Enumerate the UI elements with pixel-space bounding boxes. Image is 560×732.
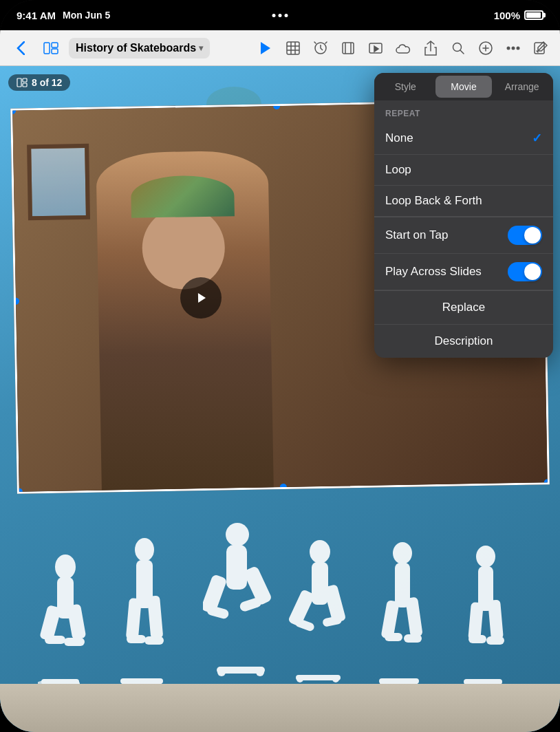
add-button[interactable] xyxy=(475,37,497,59)
toolbar: History of Skateboards ▾ xyxy=(0,30,560,66)
svg-point-48 xyxy=(310,540,330,563)
svg-rect-34 xyxy=(127,635,146,643)
svg-rect-49 xyxy=(312,562,328,605)
svg-rect-24 xyxy=(45,636,65,644)
svg-rect-68 xyxy=(468,602,484,640)
tab-movie[interactable]: Movie xyxy=(435,76,493,98)
share-button[interactable] xyxy=(420,37,442,59)
svg-rect-40 xyxy=(226,545,247,590)
svg-point-56 xyxy=(332,676,339,682)
svg-rect-1 xyxy=(52,43,58,47)
toggle-knob-2 xyxy=(524,263,541,280)
play-across-slides-label: Play Across Slides xyxy=(385,265,508,279)
status-bar-left: 9:41 AM Mon Jun 5 xyxy=(17,10,110,21)
start-on-tap-row[interactable]: Start on Tap xyxy=(374,217,553,254)
start-on-tap-toggle[interactable] xyxy=(508,226,542,245)
resize-handle-bottom-left[interactable] xyxy=(16,488,23,494)
svg-rect-43 xyxy=(206,605,230,620)
media-button[interactable] xyxy=(365,37,387,59)
edit-button[interactable] xyxy=(530,37,552,59)
checkmark-icon: ✓ xyxy=(532,131,542,146)
title-text: History of Skateboards xyxy=(76,42,196,54)
svg-rect-52 xyxy=(294,618,315,632)
svg-point-57 xyxy=(393,542,412,564)
document-title[interactable]: History of Skateboards ▾ xyxy=(69,38,210,58)
svg-rect-18 xyxy=(23,78,27,82)
play-across-slides-row[interactable]: Play Across Slides xyxy=(374,254,553,290)
svg-rect-61 xyxy=(385,633,402,641)
repeat-loop-backforth-option[interactable]: Loop Back & Forth xyxy=(374,186,553,217)
svg-rect-16 xyxy=(535,43,544,54)
table-button[interactable] xyxy=(282,37,304,59)
chevron-down-icon: ▾ xyxy=(199,43,203,53)
svg-rect-44 xyxy=(239,596,263,612)
svg-rect-9 xyxy=(343,43,354,54)
time-display: 9:41 AM xyxy=(17,10,56,21)
svg-rect-19 xyxy=(23,83,27,87)
battery-percentage: 100% xyxy=(494,10,520,21)
cloud-button[interactable] xyxy=(392,37,414,59)
svg-point-14 xyxy=(512,46,515,50)
repeat-loop-backforth-label: Loop Back & Forth xyxy=(385,194,542,208)
repeat-none-label: None xyxy=(385,131,532,145)
status-bar: 9:41 AM Mon Jun 5 100% xyxy=(0,0,560,30)
device-frame: 9:41 AM Mon Jun 5 100% xyxy=(0,0,560,732)
svg-point-20 xyxy=(55,555,76,579)
tab-arrange[interactable]: Arrange xyxy=(493,76,550,98)
start-on-tap-label: Start on Tap xyxy=(385,228,508,242)
svg-point-66 xyxy=(476,546,495,568)
svg-point-55 xyxy=(297,676,303,682)
svg-rect-35 xyxy=(144,636,164,645)
repeat-section-label: REPEAT xyxy=(374,100,553,122)
slide-number: 8 of 12 xyxy=(32,77,62,88)
svg-rect-71 xyxy=(486,636,504,645)
svg-point-13 xyxy=(507,46,510,50)
svg-rect-2 xyxy=(52,49,58,54)
date-display: Mon Jun 5 xyxy=(63,10,110,21)
repeat-none-option[interactable]: None ✓ xyxy=(374,122,553,155)
notch-dots xyxy=(272,14,288,17)
svg-point-47 xyxy=(256,668,264,676)
svg-rect-70 xyxy=(469,635,486,643)
svg-rect-32 xyxy=(126,598,142,640)
slides-panel-button[interactable] xyxy=(39,36,63,61)
svg-rect-60 xyxy=(405,596,423,637)
svg-rect-17 xyxy=(17,78,21,87)
svg-rect-69 xyxy=(488,599,504,639)
layers-button[interactable] xyxy=(337,37,359,59)
description-button[interactable]: Description xyxy=(374,325,553,358)
play-across-slides-toggle[interactable] xyxy=(508,262,542,281)
svg-point-46 xyxy=(217,668,226,676)
play-button[interactable] xyxy=(255,37,277,59)
svg-rect-33 xyxy=(147,595,163,638)
skater-silhouettes xyxy=(0,529,560,687)
clock-button[interactable] xyxy=(310,37,332,59)
svg-rect-0 xyxy=(44,43,50,54)
repeat-loop-label: Loop xyxy=(385,163,542,177)
svg-rect-3 xyxy=(287,42,299,54)
svg-rect-23 xyxy=(67,604,86,640)
popup-panel: Style Movie Arrange REPEAT None ✓ Loop L… xyxy=(374,73,553,358)
ground xyxy=(0,684,560,732)
svg-rect-25 xyxy=(64,638,85,646)
replace-button[interactable]: Replace xyxy=(374,291,553,325)
svg-point-15 xyxy=(517,46,520,50)
battery-icon xyxy=(524,10,543,20)
repeat-loop-option[interactable]: Loop xyxy=(374,155,553,186)
tab-style[interactable]: Style xyxy=(377,76,434,98)
search-button[interactable] xyxy=(447,37,469,59)
slide-badge: 8 of 12 xyxy=(8,74,70,91)
svg-rect-62 xyxy=(404,634,422,643)
popup-tabs: Style Movie Arrange xyxy=(374,73,553,100)
toggle-knob-1 xyxy=(524,227,541,244)
svg-point-30 xyxy=(135,538,154,561)
back-button[interactable] xyxy=(8,36,33,61)
slide-area: 8 of 12 xyxy=(0,66,560,732)
svg-point-39 xyxy=(226,523,249,546)
more-options-button[interactable] xyxy=(502,37,524,59)
status-bar-right: 100% xyxy=(494,10,543,21)
